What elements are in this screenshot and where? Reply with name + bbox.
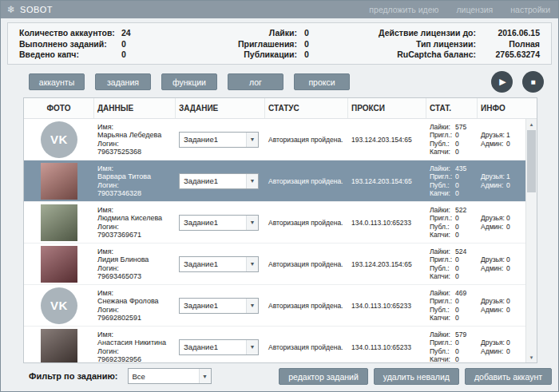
table-body: VK Имя: Марьяна Лебедева Логин: 79637525… <box>24 119 525 362</box>
name-label: Имя: <box>97 331 176 339</box>
friends-value: 0 <box>506 297 510 305</box>
filter-label: Фильтр по заданию: <box>29 371 118 381</box>
task-select-value: Задание1 <box>180 259 246 268</box>
stop-icon: ■ <box>530 77 535 86</box>
account-avatar <box>41 246 77 283</box>
account-avatar <box>41 163 77 200</box>
invites-label: Пригл.: <box>430 131 455 140</box>
photo-cell <box>24 202 94 243</box>
invites-stat: Пригл.:0 <box>430 214 478 223</box>
chevron-down-icon: ▼ <box>246 257 258 271</box>
likes-label: Лайки: <box>430 123 455 132</box>
delete-invalid-button[interactable]: удалить невалид <box>374 368 459 385</box>
tab-log[interactable]: лог <box>228 73 283 90</box>
posts-value: 0 <box>455 264 459 272</box>
start-button[interactable]: ▶ <box>491 71 513 93</box>
table-header: ФОТО ДАННЫЕ ЗАДАНИЕ СТАТУС ПРОКСИ СТАТ. … <box>24 98 537 119</box>
stat-rucaptcha-balance: RuCaptcha баланс: 2765.63274 <box>343 49 540 59</box>
filter-select[interactable]: Все ▼ <box>128 368 212 384</box>
account-login: 79037346328 <box>97 189 176 198</box>
posts-label: Публ.: <box>430 306 455 315</box>
account-login: 79637525368 <box>97 148 176 156</box>
chevron-down-icon: ▼ <box>199 369 211 383</box>
accounts-count-label: Количество аккаунтов: <box>19 28 121 38</box>
account-name: Марьяна Лебедева <box>97 131 176 140</box>
admin-label: Админ: <box>481 181 506 190</box>
stop-button[interactable]: ■ <box>522 71 544 93</box>
captcha-entered-label: Введено капч: <box>19 49 121 59</box>
likes-value: 469 <box>455 289 466 297</box>
table-row[interactable]: Имя: Людмила Киселева Логин: 79037369671… <box>24 202 525 244</box>
invites-stat: Пригл.:0 <box>430 255 478 264</box>
scrollbar-track[interactable] <box>526 129 537 352</box>
proxy-cell: 193.124.203.154:65 <box>348 160 426 201</box>
task-select[interactable]: Задание1 ▼ <box>179 215 259 231</box>
toolbar: аккаунты задания функции лог прокси ▶ ■ <box>29 71 544 93</box>
add-account-button[interactable]: добавить аккаунт <box>465 368 552 385</box>
task-select-value: Задание1 <box>180 301 246 310</box>
data-cell: Имя: Марьяна Лебедева Логин: 79637525368 <box>94 119 176 160</box>
captcha-label: Капчи: <box>430 314 455 323</box>
menu-suggest-idea[interactable]: предложить идею <box>369 5 438 14</box>
table-row[interactable]: VK Имя: Снежана Фролова Логин: 796928025… <box>24 285 525 327</box>
tab-tasks[interactable]: задания <box>95 73 151 90</box>
captcha-label: Капчи: <box>430 272 455 281</box>
account-proxy: 134.0.113.10:65233 <box>351 343 426 351</box>
admin-value: 0 <box>506 264 510 272</box>
tab-functions[interactable]: функции <box>161 73 217 90</box>
menu-settings[interactable]: настройки <box>510 5 550 14</box>
task-select[interactable]: Задание1 ▼ <box>179 298 259 314</box>
table-row[interactable]: VK Имя: Марьяна Лебедева Логин: 79637525… <box>24 119 525 160</box>
friends-label: Друзья: <box>481 339 506 347</box>
captcha-stat: Капчи:0 <box>430 189 478 198</box>
task-select[interactable]: Задание1 ▼ <box>179 256 259 272</box>
stat-cell: Лайки:435 Пригл.:0 Публ.:0 Капчи:0 <box>426 160 478 201</box>
admin-value: 0 <box>506 347 510 355</box>
tab-proxy[interactable]: прокси <box>294 73 350 90</box>
posts-stat: Публ.:0 <box>430 140 478 148</box>
invites-value: 0 <box>455 214 459 222</box>
friends-label: Друзья: <box>481 172 506 181</box>
table-row[interactable]: Имя: Варвара Титова Логин: 79037346328 З… <box>24 160 525 202</box>
table-row[interactable]: Имя: Анастасия Никитина Логин: 796923929… <box>24 327 525 362</box>
account-login: 79692392956 <box>97 355 176 362</box>
login-label: Логин: <box>97 306 176 315</box>
name-label: Имя: <box>97 247 176 256</box>
tasks-done-label: Выполнено заданий: <box>19 39 121 49</box>
likes-label: Лайки: <box>430 206 455 215</box>
tab-accounts[interactable]: аккаунты <box>29 73 85 90</box>
play-icon: ▶ <box>499 77 505 87</box>
table-row[interactable]: Имя: Лидия Блинова Логин: 79693465073 За… <box>24 244 525 285</box>
task-cell: Задание1 ▼ <box>176 160 265 201</box>
invites-value: 0 <box>455 172 459 180</box>
task-select-value: Задание1 <box>180 218 246 227</box>
account-proxy: 193.124.203.154:65 <box>351 260 426 268</box>
account-proxy: 134.0.113.10:65233 <box>351 219 426 227</box>
friends-value: 0 <box>506 214 510 222</box>
stat-license-type: Тип лицензии: Полная <box>343 39 540 49</box>
friends-label: Друзья: <box>481 214 506 223</box>
admin-label: Админ: <box>481 306 506 315</box>
captcha-label: Капчи: <box>430 189 455 198</box>
task-select[interactable]: Задание1 ▼ <box>179 132 259 148</box>
scroll-up-button[interactable]: ▲ <box>526 119 537 129</box>
task-select[interactable]: Задание1 ▼ <box>179 173 259 189</box>
scroll-down-button[interactable]: ▼ <box>526 352 537 362</box>
captcha-value: 0 <box>455 355 459 362</box>
photo-cell: VK <box>24 119 94 160</box>
account-name: Лидия Блинова <box>97 255 176 264</box>
account-proxy: 134.0.113.10:65233 <box>351 302 426 310</box>
likes-stat: Лайки:469 <box>430 289 478 298</box>
stat-cell: Лайки:524 Пригл.:0 Публ.:0 Капчи:0 <box>426 244 478 284</box>
column-header-info: ИНФО <box>478 98 537 118</box>
account-status: Авторизация пройдена. <box>268 302 348 310</box>
task-editor-button[interactable]: редактор заданий <box>279 368 368 385</box>
task-select[interactable]: Задание1 ▼ <box>179 339 259 355</box>
likes-value: 575 <box>455 123 466 131</box>
task-select-value: Задание1 <box>180 176 246 185</box>
scrollbar-thumb[interactable] <box>527 130 536 192</box>
data-cell: Имя: Анастасия Никитина Логин: 796923929… <box>94 327 176 362</box>
menu-license[interactable]: лицензия <box>456 5 493 14</box>
account-login: 79693465073 <box>97 272 176 281</box>
invites-value: 0 <box>455 131 459 139</box>
